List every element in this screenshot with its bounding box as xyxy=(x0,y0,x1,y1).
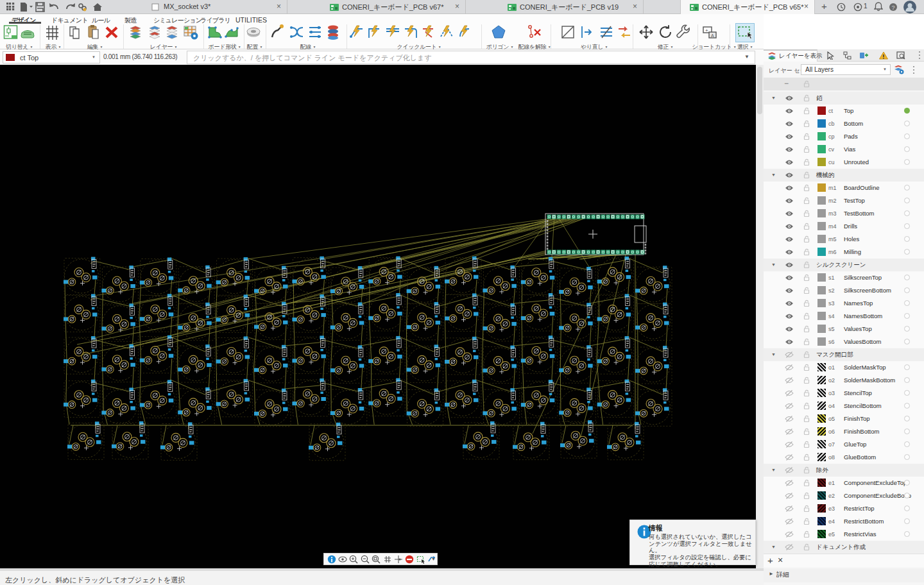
svg-text:?: ? xyxy=(891,4,894,11)
svg-text:+: + xyxy=(705,28,708,33)
svg-text:A: A xyxy=(711,33,714,38)
